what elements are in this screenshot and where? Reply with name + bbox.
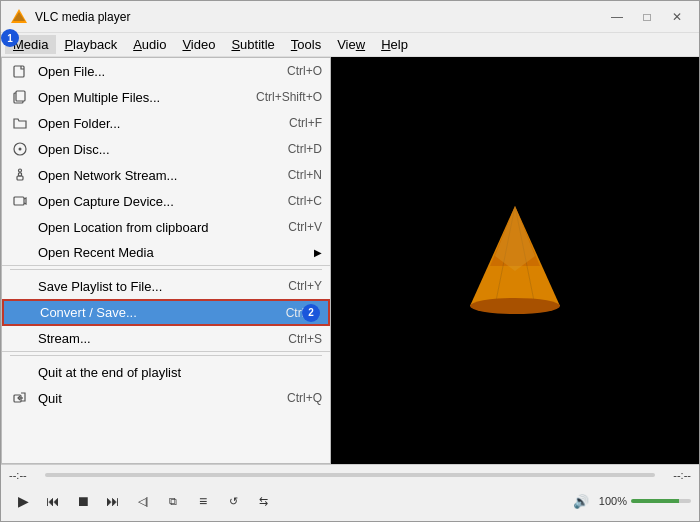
content-area: Open File... Ctrl+O Open Multiple Files.… — [1, 57, 699, 464]
titlebar: VLC media player — □ ✕ — [1, 1, 699, 33]
menu-open-multiple[interactable]: Open Multiple Files... Ctrl+Shift+O — [2, 84, 330, 110]
mute-button[interactable]: 🔊 — [567, 487, 595, 515]
open-multiple-label: Open Multiple Files... — [38, 90, 236, 105]
svg-rect-13 — [14, 197, 24, 205]
shuffle-button[interactable]: ⇆ — [249, 487, 277, 515]
seek-bar[interactable] — [45, 473, 655, 477]
volume-bar[interactable] — [631, 499, 691, 503]
close-button[interactable]: ✕ — [663, 6, 691, 28]
open-clipboard-shortcut: Ctrl+V — [288, 220, 322, 234]
menu-media[interactable]: 1 Media — [5, 35, 56, 54]
convert-icon — [12, 303, 32, 323]
time-right: --:-- — [661, 469, 691, 481]
menu-playback[interactable]: Playback — [56, 35, 125, 54]
menu-tools[interactable]: Tools — [283, 35, 329, 54]
menu-view[interactable]: View — [329, 35, 373, 54]
video-area — [331, 57, 699, 464]
open-file-label: Open File... — [38, 64, 267, 79]
seek-bar-row: --:-- --:-- — [1, 465, 699, 483]
bottom-controls: --:-- --:-- ▶ ⏮ ⏹ ⏭ ◁| ⧉ ≡ ↺ ⇆ 🔊 100% — [1, 464, 699, 521]
open-capture-icon — [10, 191, 30, 211]
next-button[interactable]: ⏭ — [99, 487, 127, 515]
media-dropdown: Open File... Ctrl+O Open Multiple Files.… — [1, 57, 331, 464]
vlc-window: VLC media player — □ ✕ 1 Media Playback … — [0, 0, 700, 522]
svg-rect-9 — [19, 173, 22, 176]
open-folder-shortcut: Ctrl+F — [289, 116, 322, 130]
open-disc-label: Open Disc... — [38, 142, 268, 157]
menubar: 1 Media Playback Audio Video Subtitle To… — [1, 33, 699, 57]
open-capture-shortcut: Ctrl+C — [288, 194, 322, 208]
convert-badge: 2 — [302, 304, 320, 322]
menu-subtitle[interactable]: Subtitle — [223, 35, 282, 54]
open-recent-arrow: ▶ — [314, 247, 322, 258]
menu-quit-end[interactable]: Quit at the end of playlist — [2, 359, 330, 385]
menu-convert[interactable]: Convert / Save... Ctrl+R 2 — [2, 299, 330, 326]
minimize-button[interactable]: — — [603, 6, 631, 28]
separator-2 — [10, 355, 322, 356]
menu-open-folder[interactable]: Open Folder... Ctrl+F — [2, 110, 330, 136]
save-playlist-shortcut: Ctrl+Y — [288, 279, 322, 293]
menu-help[interactable]: Help — [373, 35, 416, 54]
vlc-cone — [331, 57, 699, 464]
extended-button[interactable]: ⧉ — [159, 487, 187, 515]
svg-point-20 — [470, 298, 560, 314]
menu-quit[interactable]: Quit Ctrl+Q — [2, 385, 330, 411]
menu-open-recent[interactable]: Open Recent Media ▶ — [2, 240, 330, 266]
frame-prev-button[interactable]: ◁| — [129, 487, 157, 515]
open-multiple-shortcut: Ctrl+Shift+O — [256, 90, 322, 104]
save-playlist-label: Save Playlist to File... — [38, 279, 268, 294]
open-network-icon — [10, 165, 30, 185]
menu-video[interactable]: Video — [174, 35, 223, 54]
playlist-button[interactable]: ≡ — [189, 487, 217, 515]
open-folder-icon — [10, 113, 30, 133]
menu-audio[interactable]: Audio — [125, 35, 174, 54]
open-clipboard-icon — [10, 217, 30, 237]
save-playlist-icon — [10, 276, 30, 296]
svg-point-10 — [19, 169, 22, 172]
window-controls: — □ ✕ — [603, 6, 691, 28]
quit-icon — [10, 388, 30, 408]
loop-button[interactable]: ↺ — [219, 487, 247, 515]
prev-button[interactable]: ⏮ — [39, 487, 67, 515]
svg-rect-8 — [17, 176, 23, 180]
open-file-shortcut: Ctrl+O — [287, 64, 322, 78]
convert-label: Convert / Save... — [40, 305, 266, 320]
open-file-icon — [10, 61, 30, 81]
open-recent-icon — [10, 243, 30, 263]
play-button[interactable]: ▶ — [9, 487, 37, 515]
menu-open-network[interactable]: Open Network Stream... Ctrl+N — [2, 162, 330, 188]
quit-shortcut: Ctrl+Q — [287, 391, 322, 405]
separator-1 — [10, 269, 322, 270]
open-capture-label: Open Capture Device... — [38, 194, 268, 209]
menu-save-playlist[interactable]: Save Playlist to File... Ctrl+Y — [2, 273, 330, 299]
stream-label: Stream... — [38, 331, 268, 346]
open-recent-label: Open Recent Media — [38, 245, 304, 260]
vlc-icon — [9, 7, 29, 27]
quit-end-label: Quit at the end of playlist — [38, 365, 322, 380]
menu-stream[interactable]: Stream... Ctrl+S — [2, 326, 330, 352]
open-network-label: Open Network Stream... — [38, 168, 268, 183]
maximize-button[interactable]: □ — [633, 6, 661, 28]
menu-open-disc[interactable]: Open Disc... Ctrl+D — [2, 136, 330, 162]
open-multiple-icon — [10, 87, 30, 107]
open-folder-label: Open Folder... — [38, 116, 269, 131]
svg-point-7 — [19, 148, 22, 151]
menu-open-capture[interactable]: Open Capture Device... Ctrl+C — [2, 188, 330, 214]
window-title: VLC media player — [35, 10, 603, 24]
stop-button[interactable]: ⏹ — [69, 487, 97, 515]
time-left: --:-- — [9, 469, 39, 481]
stream-shortcut: Ctrl+S — [288, 332, 322, 346]
media-badge: 1 — [1, 29, 19, 47]
svg-rect-3 — [14, 66, 24, 77]
controls-row: ▶ ⏮ ⏹ ⏭ ◁| ⧉ ≡ ↺ ⇆ 🔊 100% — [1, 483, 699, 521]
volume-area: 🔊 100% — [567, 487, 691, 515]
open-network-shortcut: Ctrl+N — [288, 168, 322, 182]
open-disc-icon — [10, 139, 30, 159]
menu-open-clipboard[interactable]: Open Location from clipboard Ctrl+V — [2, 214, 330, 240]
quit-label: Quit — [38, 391, 267, 406]
open-clipboard-label: Open Location from clipboard — [38, 220, 268, 235]
svg-rect-5 — [16, 91, 25, 101]
open-disc-shortcut: Ctrl+D — [288, 142, 322, 156]
stream-icon — [10, 329, 30, 349]
menu-open-file[interactable]: Open File... Ctrl+O — [2, 58, 330, 84]
